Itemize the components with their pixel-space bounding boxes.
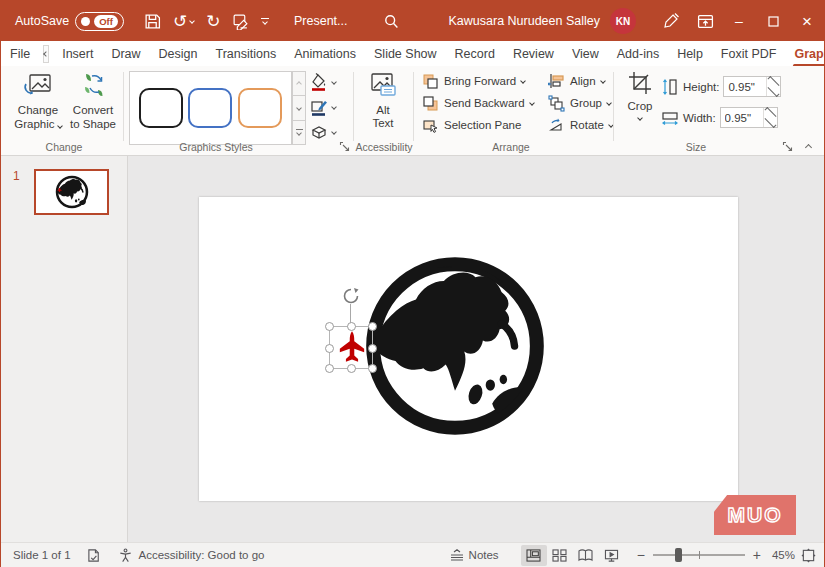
height-input[interactable] — [724, 77, 766, 96]
editing-pen-icon[interactable] — [654, 1, 688, 41]
crop-label: Crop — [628, 99, 653, 113]
accessibility-status: Accessibility: Good to go — [139, 549, 265, 561]
bring-forward-button[interactable]: Bring Forward — [422, 70, 534, 92]
preview-icon[interactable] — [232, 13, 249, 30]
selection-handle-nw[interactable] — [325, 322, 334, 331]
minimize-button[interactable]: – — [722, 1, 756, 41]
undo-button[interactable]: ↺ — [173, 13, 194, 30]
align-button[interactable]: Align — [548, 70, 613, 92]
collapse-ribbon-icon[interactable] — [806, 139, 818, 151]
slide-sorter-view-button[interactable] — [547, 545, 573, 566]
avatar[interactable]: KN — [610, 8, 636, 34]
slide-canvas-area: MUO — [128, 156, 824, 542]
send-backward-button[interactable]: Send Backward — [422, 92, 534, 114]
spell-check-icon[interactable] — [87, 548, 102, 563]
rotate-handle-icon[interactable] — [342, 287, 360, 305]
tab-add-ins[interactable]: Add-ins — [608, 43, 668, 65]
graphics-fill-dropdown-icon[interactable] — [331, 79, 337, 85]
selection-handle-w[interactable] — [325, 344, 334, 353]
graphics-outline-button[interactable] — [310, 96, 336, 118]
align-label: Align — [570, 75, 596, 87]
selection-handle-n[interactable] — [347, 322, 356, 331]
tab-record[interactable]: Record — [446, 43, 504, 65]
slide-show-button[interactable] — [599, 545, 625, 566]
group-dropdown-icon[interactable] — [606, 100, 612, 106]
tab-foxit-pdf[interactable]: Foxit PDF — [712, 43, 786, 65]
convert-to-shape-button[interactable]: Convert to Shape — [67, 70, 119, 132]
tab-draw[interactable]: Draw — [102, 43, 149, 65]
zoom-out-button[interactable]: − — [637, 547, 645, 563]
graphics-style-blue[interactable] — [188, 88, 232, 128]
graphics-outline-dropdown-icon[interactable] — [331, 104, 337, 110]
tab-design[interactable]: Design — [150, 43, 207, 65]
selection-handle-s[interactable] — [347, 364, 356, 373]
tab-scroll-left[interactable] — [43, 45, 49, 63]
globe-graphic[interactable] — [362, 253, 548, 439]
fit-to-window-icon[interactable] — [801, 548, 816, 563]
size-dialog-launcher[interactable] — [782, 141, 794, 153]
bring-forward-dropdown-icon[interactable] — [520, 78, 526, 84]
normal-view-button[interactable] — [521, 545, 547, 566]
tab-file[interactable]: File — [1, 43, 39, 65]
crop-button[interactable]: Crop — [621, 70, 659, 120]
graphics-style-black[interactable] — [139, 88, 183, 128]
autosave-toggle[interactable]: AutoSave Off — [15, 12, 124, 31]
zoom-slider-handle[interactable] — [675, 548, 682, 562]
group-button[interactable]: Group — [548, 92, 613, 114]
zoom-slider[interactable] — [653, 554, 745, 556]
customize-toolbar-icon[interactable] — [261, 18, 269, 24]
tab-view[interactable]: View — [563, 43, 608, 65]
slide-indicator[interactable]: Slide 1 of 1 — [13, 549, 71, 561]
slide[interactable]: MUO — [199, 197, 738, 501]
tab-help[interactable]: Help — [668, 43, 712, 65]
width-input[interactable] — [721, 108, 763, 127]
maximize-button[interactable] — [756, 1, 790, 41]
tab-animations[interactable]: Animations — [285, 43, 365, 65]
slide-thumbnail[interactable] — [34, 169, 109, 215]
airplane-graphic[interactable] — [333, 329, 371, 367]
accessibility-checker[interactable]: Accessibility: Good to go — [118, 548, 265, 563]
user-name[interactable]: Kawusara Nurudeen Salley — [449, 14, 600, 28]
selection-handle-e[interactable] — [368, 344, 377, 353]
zoom-level[interactable]: 45% — [761, 549, 795, 561]
gallery-more-button[interactable] — [292, 121, 306, 145]
title-bar: AutoSave Off ↺ ↻ — [1, 1, 824, 41]
graphics-effects-dropdown-icon[interactable] — [331, 129, 337, 135]
align-dropdown-icon[interactable] — [600, 78, 606, 84]
undo-dropdown-icon[interactable] — [189, 18, 195, 24]
send-backward-dropdown-icon[interactable] — [529, 100, 535, 106]
height-decrement-icon[interactable] — [767, 87, 780, 97]
tab-slide-show[interactable]: Slide Show — [365, 43, 446, 65]
notes-toggle[interactable]: Notes — [442, 543, 507, 567]
graphics-fill-button[interactable] — [310, 71, 336, 93]
selection-handle-sw[interactable] — [325, 364, 334, 373]
zoom-in-button[interactable]: + — [753, 547, 761, 563]
tab-review[interactable]: Review — [504, 43, 563, 65]
rotate-button[interactable]: Rotate — [548, 114, 613, 136]
graphics-style-orange[interactable] — [238, 88, 282, 128]
tab-insert[interactable]: Insert — [53, 43, 102, 65]
gallery-scroll-up[interactable] — [292, 71, 306, 96]
ribbon-display-options-icon[interactable] — [688, 1, 722, 41]
selection-handle-se[interactable] — [368, 364, 377, 373]
slide-thumbnail-panel: 1 — [1, 156, 128, 542]
gallery-scroll-down[interactable] — [292, 96, 306, 120]
save-icon[interactable] — [144, 13, 161, 30]
airplane-selection-box[interactable] — [329, 326, 373, 369]
search-icon[interactable] — [384, 14, 399, 29]
change-graphic-button[interactable]: Change Graphic — [13, 70, 63, 132]
crop-dropdown-icon[interactable] — [637, 116, 643, 122]
close-button[interactable]: × — [790, 1, 824, 41]
redo-icon[interactable]: ↻ — [206, 13, 220, 30]
alt-text-button[interactable]: Alt Text — [361, 70, 405, 131]
selection-pane-button[interactable]: Selection Pane — [422, 114, 534, 136]
reading-view-button[interactable] — [573, 545, 599, 566]
graphics-styles-gallery — [129, 71, 292, 145]
autosave-pill[interactable]: Off — [75, 12, 124, 31]
tab-transitions[interactable]: Transitions — [207, 43, 286, 65]
document-title[interactable]: Present... — [294, 1, 348, 41]
selection-handle-ne[interactable] — [368, 322, 377, 331]
graphics-effects-button[interactable] — [310, 121, 336, 143]
width-decrement-icon[interactable] — [764, 118, 777, 128]
tab-graphics-format[interactable]: Graphics Format — [785, 43, 825, 65]
